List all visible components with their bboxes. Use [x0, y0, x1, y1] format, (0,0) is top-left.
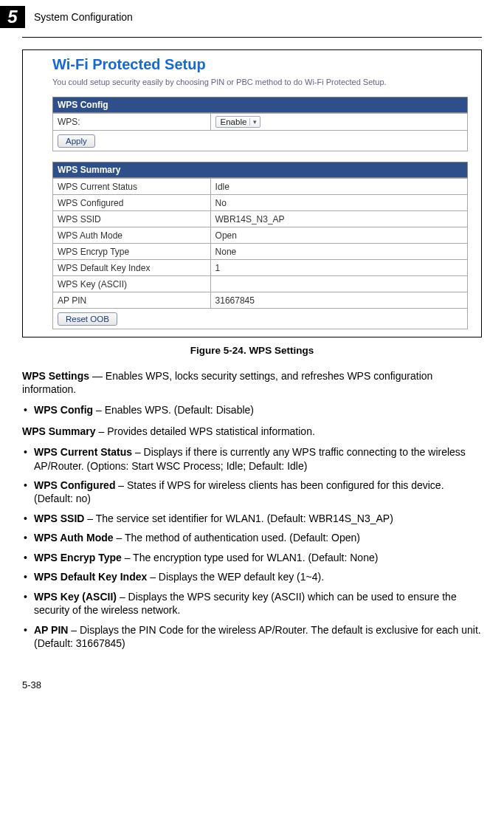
table-row: AP PIN31667845 — [53, 292, 468, 309]
text-bold: WPS Configured — [34, 479, 115, 491]
summary-label-cell: WPS Auth Mode — [53, 227, 211, 244]
text-span: – Displays the WEP default key (1~4). — [147, 571, 324, 583]
figure-caption: Figure 5-24. WPS Settings — [0, 345, 504, 356]
table-row: WPS Default Key Index1 — [53, 260, 468, 276]
text-bold: WPS Settings — [22, 370, 89, 382]
body-text: WPS Settings — Enables WPS, locks securi… — [22, 369, 482, 651]
table-row: WPS Current StatusIdle — [53, 179, 468, 195]
list-item: WPS SSID – The service set identifier fo… — [22, 512, 482, 525]
table-row: WPS Auth ModeOpen — [53, 227, 468, 244]
summary-value-cell: WBR14S_N3_AP — [210, 211, 467, 227]
summary-value-cell: Idle — [210, 179, 467, 195]
list-item: WPS Default Key Index – Displays the WEP… — [22, 570, 482, 583]
bullet-list: WPS Config – Enables WPS. (Default: Disa… — [22, 403, 482, 417]
list-item: WPS Current Status – Displays if there i… — [22, 445, 482, 473]
page-number: 5-38 — [22, 679, 41, 690]
header-divider — [22, 37, 482, 38]
list-item: WPS Auth Mode – The method of authentica… — [22, 531, 482, 544]
summary-label-cell: WPS Key (ASCII) — [53, 276, 211, 292]
text-span: – The encryption type used for WLAN1. (D… — [122, 552, 379, 563]
chapter-number-badge: 5 — [0, 6, 25, 28]
apply-button[interactable]: Apply — [58, 134, 95, 148]
text-bold: WPS Config — [34, 404, 93, 416]
text-span: – Enables WPS. (Default: Disable) — [93, 404, 254, 416]
text-bold: AP PIN — [34, 624, 68, 636]
summary-value-cell — [210, 276, 467, 292]
summary-label-cell: AP PIN — [53, 292, 211, 309]
wps-config-header: WPS Config — [52, 97, 468, 113]
text-bold: WPS Encryp Type — [34, 552, 122, 563]
wps-summary-table: WPS Current StatusIdleWPS ConfiguredNoWP… — [52, 178, 468, 309]
summary-label-cell: WPS Default Key Index — [53, 260, 211, 276]
wps-value-cell: Enable ▾ — [210, 114, 467, 131]
text-span: – The service set identifier for WLAN1. … — [84, 513, 393, 524]
text-bold: WPS Key (ASCII) — [34, 591, 117, 603]
list-item: WPS Config – Enables WPS. (Default: Disa… — [22, 403, 482, 417]
wps-label-cell: WPS: — [53, 114, 211, 131]
wps-settings-intro: WPS Settings — Enables WPS, locks securi… — [22, 369, 482, 396]
screenshot-panel: Wi-Fi Protected Setup You could setup se… — [22, 49, 482, 337]
summary-label-cell: WPS Configured — [53, 195, 211, 211]
text-bold: WPS Auth Mode — [34, 532, 114, 544]
reset-button-row: Reset OOB — [52, 309, 468, 329]
wps-summary-header: WPS Summary — [52, 162, 468, 178]
wps-select-value: Enable — [221, 117, 247, 126]
summary-value-cell: None — [210, 244, 467, 260]
reset-oob-button[interactable]: Reset OOB — [58, 312, 117, 326]
text-span: – Displays the PIN Code for the wireless… — [34, 624, 481, 649]
summary-value-cell: 1 — [210, 260, 467, 276]
summary-value-cell: Open — [210, 227, 467, 244]
list-item: WPS Key (ASCII) – Displays the WPS secur… — [22, 590, 482, 617]
summary-value-cell: No — [210, 195, 467, 211]
summary-label-cell: WPS SSID — [53, 211, 211, 227]
table-row: WPS SSIDWBR14S_N3_AP — [53, 211, 468, 227]
summary-label-cell: WPS Encryp Type — [53, 244, 211, 260]
page-header: 5 System Configuration — [0, 0, 504, 37]
table-row: WPS Key (ASCII) — [53, 276, 468, 292]
wps-select[interactable]: Enable ▾ — [215, 116, 261, 128]
list-item: WPS Encryp Type – The encryption type us… — [22, 551, 482, 564]
bullet-list: WPS Current Status – Displays if there i… — [22, 445, 482, 651]
chapter-title: System Configuration — [34, 11, 133, 23]
panel-subtext: You could setup security easily by choos… — [52, 78, 468, 86]
wps-summary-intro: WPS Summary – Provides detailed WPS stat… — [22, 425, 482, 438]
summary-value-cell: 31667845 — [210, 292, 467, 309]
text-span: – Provides detailed WPS statistical info… — [96, 425, 315, 437]
table-row: WPS Encryp TypeNone — [53, 244, 468, 260]
panel-title: Wi-Fi Protected Setup — [52, 56, 468, 73]
table-row: WPS: Enable ▾ — [53, 114, 468, 131]
apply-button-row: Apply — [52, 131, 468, 151]
chevron-down-icon: ▾ — [249, 118, 257, 126]
wps-config-table: WPS: Enable ▾ — [52, 113, 468, 131]
summary-label-cell: WPS Current Status — [53, 179, 211, 195]
text-bold: WPS Current Status — [34, 446, 132, 458]
text-bold: WPS SSID — [34, 513, 84, 524]
text-bold: WPS Summary — [22, 425, 96, 437]
text-bold: WPS Default Key Index — [34, 571, 147, 583]
table-row: WPS ConfiguredNo — [53, 195, 468, 211]
list-item: WPS Configured – States if WPS for wirel… — [22, 479, 482, 506]
list-item: AP PIN – Displays the PIN Code for the w… — [22, 623, 482, 651]
text-span: – The method of authentication used. (De… — [114, 532, 360, 544]
